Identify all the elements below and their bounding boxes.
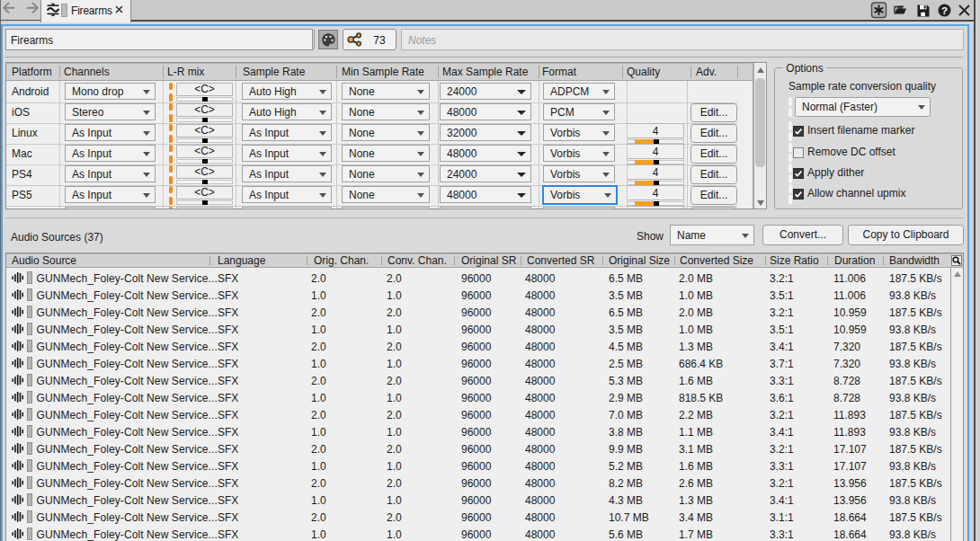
- svg-text:?: ?: [941, 5, 948, 16]
